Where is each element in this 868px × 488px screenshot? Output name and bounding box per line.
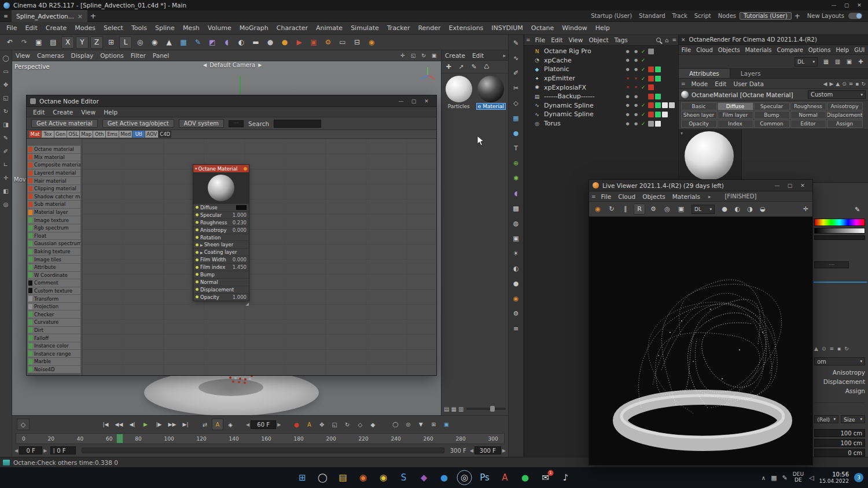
object-tag[interactable] [669, 84, 675, 90]
node-property-row[interactable]: ▶ Film index 1.450 [193, 263, 249, 271]
node-property-row[interactable]: ▶ Coating layer [193, 248, 249, 256]
interactive-render-region-icon[interactable]: ▭ [336, 36, 349, 49]
object-row[interactable]: ◆ Platonic ● ● ✓ [524, 65, 678, 74]
render-view-icon[interactable]: ▶ [293, 36, 306, 49]
node-editor-menu-item[interactable]: Create [49, 109, 77, 116]
solo-animation-icon[interactable]: ◯ [389, 419, 401, 430]
live-viewer-menu-item[interactable]: Materials [669, 193, 704, 200]
next-camera-icon[interactable]: ▶ [258, 62, 262, 68]
axis-z-button[interactable]: Z [90, 36, 103, 49]
section-tab[interactable]: Normal [790, 111, 826, 119]
pause-render-icon[interactable]: ∥ [620, 204, 631, 215]
property-value[interactable]: 0.000 [233, 227, 247, 233]
octane-logo-icon[interactable]: ◉ [592, 204, 604, 215]
object-name[interactable]: xpCache [544, 57, 572, 64]
search-icon[interactable]: ⊙ [822, 346, 826, 352]
range-start-field[interactable]: 0 F [19, 446, 42, 454]
object-row[interactable]: ✺ xpExplosiaFX ✕ ✕ ✓ [524, 83, 678, 92]
node-property-row[interactable]: ▶ Roughness 0.230 [193, 219, 249, 226]
section-tab[interactable]: Opacity [681, 120, 717, 128]
paint-app-icon[interactable]: ● [439, 472, 450, 483]
node-type-item[interactable]: Projection [28, 303, 80, 311]
object-row[interactable]: ◎ Torus ● ● ✓ [524, 119, 678, 128]
object-menu-item[interactable]: Tags [612, 36, 631, 43]
layout-button[interactable]: Script [691, 13, 715, 19]
floor-icon[interactable]: ▬ [249, 36, 262, 49]
menu-item[interactable]: Select [100, 24, 127, 32]
list-view-icon[interactable]: ▥ [458, 406, 464, 412]
visibility-dots[interactable]: ● ● [626, 67, 639, 72]
refresh-icon[interactable]: ↻ [861, 81, 866, 87]
menu-item[interactable]: Render [414, 24, 444, 32]
object-tag[interactable] [655, 76, 661, 82]
axis-tool-icon[interactable]: ✛ [1, 173, 11, 182]
property-value[interactable]: 1.000 [233, 212, 247, 218]
axis-x-button[interactable]: X [61, 36, 74, 49]
color-picker-pencil-icon[interactable]: ✎ [855, 206, 860, 213]
keyframe-selection-icon[interactable]: ◈ [225, 419, 236, 430]
node-type-item[interactable]: Clipping material [28, 185, 80, 193]
photoshop-icon[interactable]: Ps [479, 472, 491, 483]
snapshot-icon[interactable]: ▥ [833, 57, 843, 66]
object-row[interactable]: ∿ Dynamic Spline ● ● ✓ [524, 110, 678, 119]
parent-icon[interactable]: ▲ [836, 81, 840, 87]
device-dropdown[interactable]: DL ▾ [795, 57, 818, 66]
taskbar-app[interactable]: ⊞ [297, 472, 308, 483]
menu-item[interactable]: Edit [21, 24, 41, 32]
preview-range-icon[interactable]: ⇄ [199, 419, 211, 430]
measure-tool-icon[interactable]: ∟ [1, 160, 11, 169]
submenu-arrow-icon[interactable]: ▸ [708, 194, 711, 199]
filter-tab[interactable]: AOV [145, 131, 158, 138]
object-tag[interactable] [669, 94, 675, 99]
octane-menu-item[interactable]: File [679, 47, 694, 53]
deformer-icon[interactable]: ◖ [220, 36, 233, 49]
size-dropdown[interactable]: Size ▾ [841, 415, 865, 423]
node-type-item[interactable]: Shadow catcher material [28, 193, 80, 201]
node-property-row[interactable]: ▶ Bump [193, 271, 249, 278]
node-type-item[interactable]: Octane material [28, 146, 80, 154]
section-tab[interactable]: Film layer [718, 111, 753, 119]
enabled-check-icon[interactable]: ✓ [639, 66, 647, 72]
workplane-button[interactable]: L [119, 36, 132, 49]
sky-half-icon[interactable]: ◐ [510, 264, 521, 273]
language-indicator[interactable]: DEU DE [793, 472, 804, 483]
solo-mode-icon[interactable]: ◧ [1, 186, 11, 195]
attribute-tab[interactable]: Layers [730, 69, 771, 78]
start-button[interactable]: ⊞ [297, 472, 308, 483]
skype-icon[interactable]: S [398, 472, 410, 483]
prev-frame-button[interactable]: ◀| [126, 419, 138, 430]
size-x-field[interactable]: 100 cm [814, 429, 865, 437]
node-type-item[interactable]: Hair material [28, 177, 80, 185]
deformer-icon[interactable]: ◖ [510, 188, 521, 198]
object-tag[interactable] [669, 49, 675, 54]
object-row[interactable]: ◔ xpCache ● ● ✓ [524, 56, 678, 65]
render-view[interactable] [589, 217, 812, 465]
tray-pen-icon[interactable]: ✎ [782, 474, 788, 482]
section-tab[interactable]: Assign [827, 120, 863, 128]
display-filter-icon[interactable]: ≡ [510, 324, 521, 334]
node-type-item[interactable]: Image texture [28, 216, 80, 224]
object-tag[interactable] [648, 121, 654, 127]
chrome-icon[interactable]: ◉ [378, 472, 389, 483]
node-property-row[interactable]: ▶ Opacity 1.000 [193, 293, 249, 301]
cube-icon[interactable]: ▦ [510, 113, 521, 123]
visibility-dots[interactable]: ✕ ✕ [626, 76, 639, 81]
visibility-dots[interactable]: ● ● [626, 103, 639, 108]
filter-tab[interactable]: Mat [29, 131, 41, 138]
maximize-button[interactable]: ▢ [840, 1, 853, 10]
taskbar-app[interactable]: ◎ [459, 472, 470, 483]
taskbar-app[interactable]: ● [439, 472, 450, 483]
object-tag[interactable] [648, 94, 654, 99]
globe-icon[interactable]: ● [278, 36, 291, 49]
firefox-icon[interactable]: ◉ [358, 472, 369, 483]
menu-item[interactable]: Extensions [445, 24, 488, 32]
octane-menu-item[interactable]: Objects [715, 47, 742, 53]
taskbar-app[interactable]: ◉ [378, 472, 389, 483]
object-tag[interactable] [648, 112, 654, 117]
material-tile[interactable]: Particles [444, 76, 474, 109]
object-menu-item[interactable]: Object [586, 36, 611, 43]
taskbar-app[interactable]: ● [520, 472, 531, 483]
record-scale-toggle[interactable]: ◱ [329, 419, 340, 430]
octane-ball-icon[interactable]: ◉ [510, 294, 521, 304]
octane-menu-item[interactable]: Compare [774, 47, 806, 53]
